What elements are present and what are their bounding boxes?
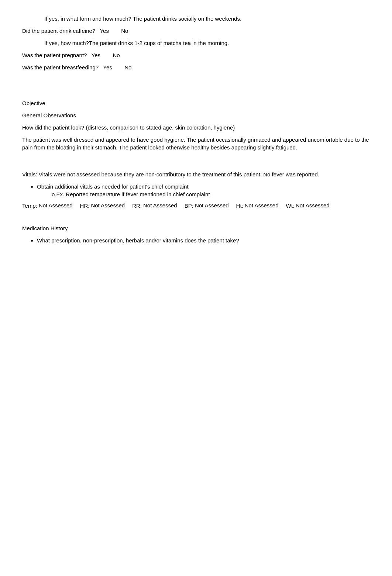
caffeine-no: No — [121, 28, 128, 34]
caffeine-ifyes-line: If yes, how much?The patient drinks 1-2 … — [44, 39, 370, 47]
vitals-sub-bullet-1-text: Ex. Reported temperature if fever mentio… — [56, 191, 210, 197]
med-history-heading: Medication History — [22, 224, 370, 232]
objective-heading-text: Objective — [22, 100, 45, 106]
rr-cell: RR: Not Assessed — [132, 202, 177, 210]
pregnant-yes: Yes — [92, 52, 100, 58]
med-history-bullet-1-text: What prescription, non-prescription, her… — [37, 237, 239, 244]
med-history-heading-text: Medication History — [22, 225, 68, 231]
caffeine-label: Did the patient drink caffeine? — [22, 28, 95, 34]
hr-label: HR: — [80, 202, 90, 210]
patient-appearance-text: The patient was well dressed and appeare… — [22, 137, 369, 151]
ht-value: Not Assessed — [245, 202, 279, 209]
how-patient-look-text: How did the patient look? (distress, com… — [22, 124, 235, 131]
vitals-text: Vitals were not assessed because they ar… — [39, 171, 319, 177]
temp-label: Temp: — [22, 202, 37, 210]
vitals-table: Temp: Not Assessed HR: Not Assessed RR: … — [22, 202, 370, 210]
vitals-bullet-item-1: Obtain additional vitals as needed for p… — [37, 183, 370, 198]
rr-value: Not Assessed — [143, 202, 177, 209]
caffeine-ifyes-text: If yes, how much?The patient drinks 1-2 … — [44, 40, 229, 46]
hr-value: Not Assessed — [91, 202, 125, 209]
vitals-bullet-1-text: Obtain additional vitals as needed for p… — [37, 183, 189, 190]
breastfeeding-label: Was the patient breastfeeding? — [22, 64, 99, 70]
wt-value: Not Assessed — [296, 202, 330, 209]
caffeine-yes: Yes — [100, 28, 109, 34]
patient-appearance: The patient was well dressed and appeare… — [22, 136, 370, 151]
rr-label: RR: — [132, 202, 142, 210]
breastfeeding-no: No — [124, 64, 131, 70]
wt-cell: Wt: Not Assessed — [286, 202, 330, 210]
wt-label: Wt: — [286, 202, 295, 210]
general-obs-heading: General Observations — [22, 111, 370, 119]
hr-cell: HR: Not Assessed — [80, 202, 125, 210]
pregnant-section: Was the patient pregnant? Yes No — [22, 51, 370, 59]
bp-label: BP: — [185, 202, 193, 210]
pregnant-label: Was the patient pregnant? — [22, 52, 87, 58]
ht-label: Ht: — [236, 202, 243, 210]
alcohol-ifyes-line: If yes, in what form and how much? The p… — [44, 15, 370, 23]
alcohol-ifyes-text: If yes, in what form and how much? The p… — [44, 15, 241, 22]
vitals-label: Vitals: — [22, 171, 37, 177]
caffeine-section: Did the patient drink caffeine? Yes No — [22, 27, 370, 35]
breastfeeding-section: Was the patient breastfeeding? Yes No — [22, 63, 370, 71]
bp-cell: BP: Not Assessed — [185, 202, 229, 210]
general-obs-text: General Observations — [22, 112, 76, 118]
vitals-section: Vitals: Vitals were not assessed because… — [22, 170, 370, 178]
page-content: If yes, in what form and how much? The p… — [22, 15, 370, 244]
bp-value: Not Assessed — [195, 202, 229, 209]
pregnant-no: No — [113, 52, 120, 58]
med-history-bullet-item-1: What prescription, non-prescription, her… — [37, 237, 370, 244]
temp-value: Not Assessed — [39, 202, 73, 209]
objective-heading: Objective — [22, 99, 370, 107]
vitals-sub-bullet-item-1: Ex. Reported temperature if fever mentio… — [52, 190, 370, 198]
breastfeeding-yes: Yes — [103, 64, 112, 70]
temp-cell: Temp: Not Assessed — [22, 202, 73, 210]
vitals-bullet-list: Obtain additional vitals as needed for p… — [37, 183, 370, 198]
vitals-sub-bullet-list: Ex. Reported temperature if fever mentio… — [52, 190, 370, 198]
ht-cell: Ht: Not Assessed — [236, 202, 279, 210]
how-patient-look-label: How did the patient look? (distress, com… — [22, 124, 370, 131]
med-history-bullet-list: What prescription, non-prescription, her… — [37, 237, 370, 244]
